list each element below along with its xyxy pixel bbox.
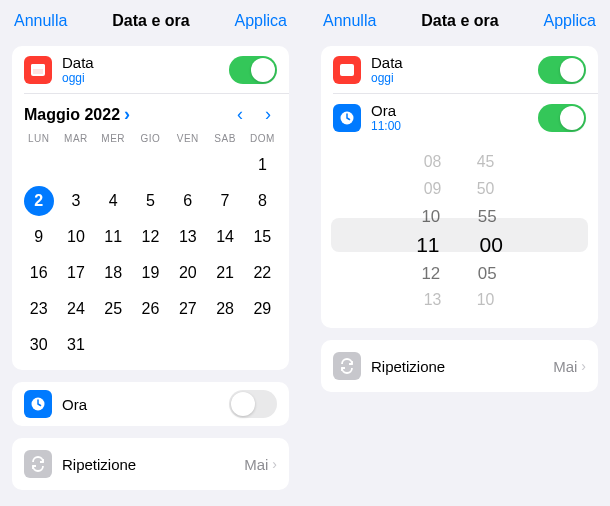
- calendar-day[interactable]: 8: [244, 186, 281, 216]
- calendar-day[interactable]: 27: [169, 294, 206, 324]
- chevron-right-icon: ›: [124, 104, 130, 125]
- weekday-label: MER: [95, 133, 132, 144]
- page-title: Data e ora: [421, 12, 498, 30]
- ora-label: Ora: [371, 102, 528, 119]
- apply-button[interactable]: Applica: [544, 12, 596, 30]
- data-switch[interactable]: [229, 56, 277, 84]
- picker-row[interactable]: 0845: [424, 151, 494, 175]
- calendar-day[interactable]: 31: [57, 330, 94, 360]
- chevron-right-icon: ›: [272, 456, 277, 472]
- ora-toggle-row: Ora 11:00: [321, 94, 598, 141]
- calendar-day[interactable]: 1: [244, 150, 281, 180]
- calendar-day[interactable]: 14: [206, 222, 243, 252]
- weekday-label: MAR: [57, 133, 94, 144]
- repeat-row[interactable]: Ripetizione Mai ›: [12, 438, 289, 490]
- pane-date: Annulla Data e ora Applica Data oggi Mag…: [0, 0, 301, 506]
- picker-minute: 05: [478, 264, 497, 284]
- calendar-grid: 1234567891011121314151617181920212223242…: [12, 150, 289, 370]
- calendar-day[interactable]: 10: [57, 222, 94, 252]
- picker-hour: 10: [422, 207, 441, 227]
- svg-rect-1: [31, 64, 45, 68]
- picker-hour: 12: [422, 264, 441, 284]
- prev-month-button[interactable]: ‹: [237, 104, 243, 125]
- ora-toggle-row: Ora: [12, 382, 289, 426]
- date-card: Data oggi Maggio 2022 › ‹ › LUNMARMERGIO…: [12, 46, 289, 370]
- weekday-header: LUNMARMERGIOVENSABDOM: [12, 129, 289, 150]
- next-month-button[interactable]: ›: [265, 104, 271, 125]
- ora-card: Ora: [12, 382, 289, 426]
- clock-icon: [24, 390, 52, 418]
- calendar-day[interactable]: 28: [206, 294, 243, 324]
- data-switch[interactable]: [538, 56, 586, 84]
- calendar-day[interactable]: 23: [20, 294, 57, 324]
- calendar-day[interactable]: 21: [206, 258, 243, 288]
- repeat-value: Mai: [244, 456, 268, 473]
- ora-switch[interactable]: [229, 390, 277, 418]
- header: Annulla Data e ora Applica: [309, 0, 610, 40]
- calendar-day[interactable]: 9: [20, 222, 57, 252]
- calendar-day[interactable]: 6: [169, 186, 206, 216]
- calendar-day[interactable]: 7: [206, 186, 243, 216]
- picker-row[interactable]: 1205: [422, 261, 497, 286]
- calendar-day[interactable]: 25: [95, 294, 132, 324]
- calendar-day[interactable]: 19: [132, 258, 169, 288]
- picker-minute: 55: [478, 207, 497, 227]
- picker-hour: 08: [424, 153, 442, 171]
- picker-minute: 50: [477, 180, 495, 198]
- calendar-day[interactable]: 3: [57, 186, 94, 216]
- svg-rect-4: [340, 64, 354, 76]
- picker-minute: 45: [477, 153, 495, 171]
- calendar-day[interactable]: 17: [57, 258, 94, 288]
- weekday-label: DOM: [244, 133, 281, 144]
- data-toggle-row: Data oggi: [12, 46, 289, 93]
- calendar-day[interactable]: 20: [169, 258, 206, 288]
- picker-minute: 00: [480, 233, 503, 257]
- clock-icon: [333, 104, 361, 132]
- repeat-label: Ripetizione: [371, 358, 445, 375]
- chevron-right-icon: ›: [581, 358, 586, 374]
- picker-row[interactable]: 1100: [416, 230, 503, 260]
- repeat-label: Ripetizione: [62, 456, 136, 473]
- header: Annulla Data e ora Applica: [0, 0, 301, 40]
- picker-hour: 09: [424, 180, 442, 198]
- svg-rect-2: [33, 69, 43, 74]
- weekday-label: VEN: [169, 133, 206, 144]
- calendar-day[interactable]: 22: [244, 258, 281, 288]
- repeat-card: Ripetizione Mai ›: [321, 340, 598, 392]
- calendar-day[interactable]: 16: [20, 258, 57, 288]
- picker-hour: 13: [424, 291, 442, 309]
- calendar-day[interactable]: 18: [95, 258, 132, 288]
- cancel-button[interactable]: Annulla: [323, 12, 376, 30]
- time-picker[interactable]: 084509501055110012051310: [321, 141, 598, 328]
- calendar-day[interactable]: 2: [20, 186, 57, 216]
- calendar-day[interactable]: 30: [20, 330, 57, 360]
- repeat-icon: [333, 352, 361, 380]
- pane-time: Annulla Data e ora Applica Data oggi Ora…: [309, 0, 610, 506]
- data-label: Data: [62, 54, 219, 71]
- picker-row[interactable]: 1310: [424, 289, 494, 313]
- calendar-day[interactable]: 24: [57, 294, 94, 324]
- ora-sublabel: 11:00: [371, 119, 528, 133]
- picker-minute: 10: [477, 291, 495, 309]
- data-label: Data: [371, 54, 528, 71]
- ora-switch[interactable]: [538, 104, 586, 132]
- calendar-day[interactable]: 12: [132, 222, 169, 252]
- calendar-day[interactable]: 13: [169, 222, 206, 252]
- apply-button[interactable]: Applica: [235, 12, 287, 30]
- calendar-day[interactable]: 29: [244, 294, 281, 324]
- calendar-day[interactable]: 4: [95, 186, 132, 216]
- calendar-day[interactable]: 5: [132, 186, 169, 216]
- repeat-card: Ripetizione Mai ›: [12, 438, 289, 490]
- picker-hour: 11: [416, 233, 439, 257]
- picker-row[interactable]: 0950: [424, 178, 494, 202]
- repeat-row[interactable]: Ripetizione Mai ›: [321, 340, 598, 392]
- calendar-day[interactable]: 15: [244, 222, 281, 252]
- weekday-label: SAB: [206, 133, 243, 144]
- calendar-day[interactable]: 11: [95, 222, 132, 252]
- calendar-day[interactable]: 26: [132, 294, 169, 324]
- cancel-button[interactable]: Annulla: [14, 12, 67, 30]
- month-button[interactable]: Maggio 2022 ›: [24, 104, 130, 125]
- picker-row[interactable]: 1055: [422, 204, 497, 229]
- month-label-text: Maggio 2022: [24, 106, 120, 124]
- data-toggle-row: Data oggi: [321, 46, 598, 93]
